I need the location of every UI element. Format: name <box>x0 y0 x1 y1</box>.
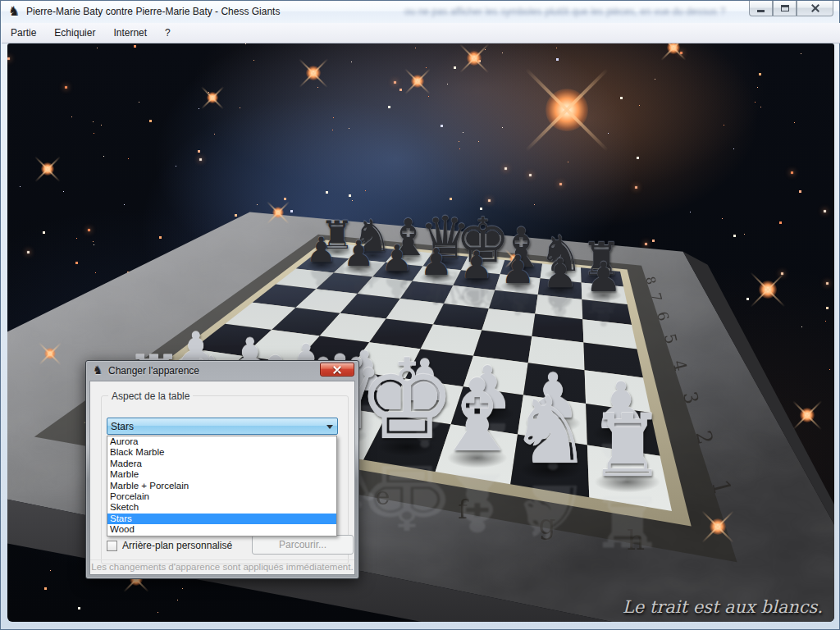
chess-piece-black-p[interactable]: ♟ <box>343 237 374 272</box>
piece-reflection: ♟ <box>542 292 578 324</box>
minimize-button[interactable] <box>749 1 773 16</box>
dropdown-item[interactable]: Marble + Porcelain <box>107 481 336 491</box>
chess-piece-white-r[interactable]: ♜ <box>588 402 666 489</box>
maximize-button[interactable] <box>773 1 797 16</box>
dropdown-item[interactable]: Sketch <box>107 502 336 513</box>
title-bar[interactable]: ♞ Pierre-Marie Baty contre Pierre-Marie … <box>1 1 839 23</box>
app-knight-icon: ♞ <box>8 4 23 19</box>
menu-help[interactable]: ? <box>156 24 180 42</box>
bright-star <box>207 92 218 103</box>
dialog-status-text: Les changements d'apparence sont appliqu… <box>90 559 354 574</box>
custom-background-row: Arrière-plan personnalisé <box>107 540 232 551</box>
bright-star <box>411 75 424 88</box>
dialog-close-icon <box>332 366 342 374</box>
maximize-icon <box>781 5 789 11</box>
piece-reflection: ♟ <box>343 271 374 299</box>
appearance-dialog[interactable]: ♞ Changer l'apparence Aspect de la table… <box>85 360 359 579</box>
minimize-icon <box>757 10 765 12</box>
chess-piece-white-n[interactable]: ♞ <box>509 384 592 477</box>
combobox-dropdown-list: AuroraBlack MarbleMaderaMarbleMarble + P… <box>107 436 337 536</box>
dialog-title-bar[interactable]: ♞ Changer l'apparence <box>86 361 358 381</box>
bright-star <box>44 348 56 359</box>
menu-echiquier[interactable]: Echiquier <box>45 24 104 42</box>
bright-star <box>546 89 588 131</box>
turn-indicator: Le trait est aux blancs. <box>623 597 823 617</box>
piece-reflection: ♟ <box>500 288 536 319</box>
bright-star <box>667 43 680 54</box>
browse-button[interactable]: Parcourir... <box>252 535 354 555</box>
dropdown-item[interactable]: Wood <box>107 524 336 535</box>
blurred-ghost-text: ou ne pas afficher les symboles plutôt q… <box>404 6 790 17</box>
chess-piece-black-p[interactable]: ♟ <box>542 253 578 294</box>
chevron-down-icon <box>326 425 333 429</box>
chess-piece-black-p[interactable]: ♟ <box>306 234 337 268</box>
dropdown-item[interactable]: Stars <box>107 514 336 524</box>
dialog-title: Changer l'apparence <box>108 365 199 377</box>
bright-star <box>800 408 815 422</box>
chess-piece-black-p[interactable]: ♟ <box>585 258 622 299</box>
piece-reflection: ♟ <box>381 275 413 304</box>
dropdown-item[interactable]: Marble <box>107 469 336 480</box>
close-icon <box>810 4 820 12</box>
menu-bar: Partie Echiquier Internet ? <box>2 23 840 43</box>
app-window: ♞ Pierre-Marie Baty contre Pierre-Marie … <box>0 0 840 630</box>
chess-piece-black-p[interactable]: ♟ <box>381 240 413 276</box>
piece-reflection: ♜ <box>588 486 666 555</box>
bright-star <box>272 207 284 218</box>
menu-internet[interactable]: Internet <box>104 24 156 42</box>
dialog-client-area: Aspect de la table Stars AuroraBlack Mar… <box>89 381 355 575</box>
bright-star <box>467 51 482 66</box>
combobox-value: Stars <box>107 421 134 432</box>
bright-star <box>759 281 777 299</box>
dropdown-item[interactable]: Madera <box>107 459 336 469</box>
dropdown-item[interactable]: Aurora <box>107 436 336 447</box>
dropdown-item[interactable]: Porcelain <box>107 491 336 502</box>
custom-background-checkbox[interactable] <box>107 541 117 551</box>
chess-piece-black-p[interactable]: ♟ <box>500 250 536 289</box>
table-aspect-combobox[interactable]: Stars <box>107 418 338 435</box>
menu-partie[interactable]: Partie <box>2 24 45 42</box>
dropdown-item[interactable]: Black Marble <box>107 447 336 458</box>
dialog-close-button[interactable] <box>320 363 354 377</box>
close-button[interactable] <box>797 1 833 16</box>
dialog-knight-icon: ♞ <box>93 364 103 376</box>
chess-piece-black-p[interactable]: ♟ <box>459 247 493 285</box>
piece-reflection: ♞ <box>509 473 592 548</box>
window-title: Pierre-Marie Baty contre Pierre-Marie Ba… <box>26 6 280 17</box>
bright-star <box>710 518 726 535</box>
chess-piece-black-p[interactable]: ♟ <box>420 244 453 281</box>
piece-reflection: ♟ <box>585 297 622 330</box>
window-controls <box>749 1 833 16</box>
piece-reflection: ♟ <box>306 267 337 294</box>
bright-star <box>41 162 54 176</box>
bright-star <box>306 66 321 80</box>
checkbox-label: Arrière-plan personnalisé <box>122 540 232 551</box>
groupbox-label: Aspect de la table <box>108 390 193 402</box>
